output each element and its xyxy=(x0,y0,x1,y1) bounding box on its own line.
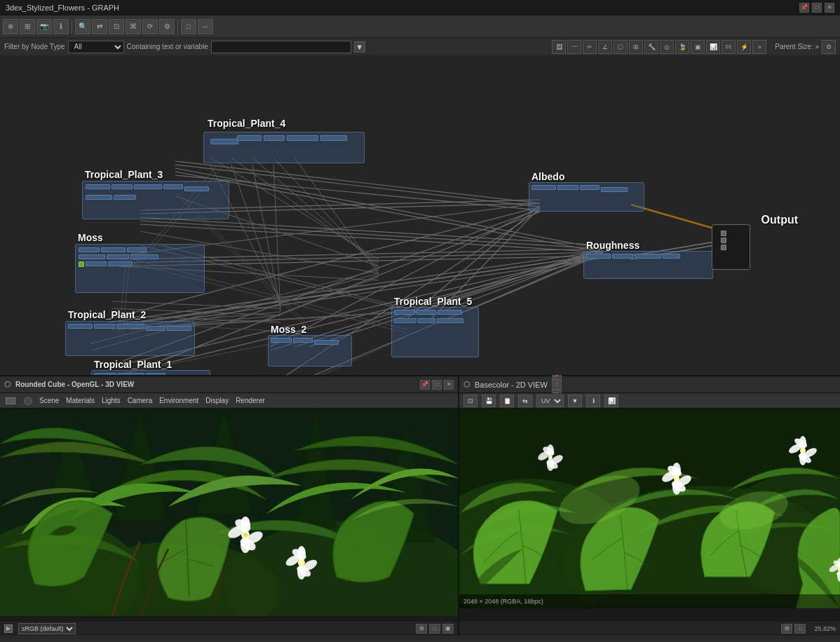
view3d-header: ⬡ Rounded Cube - OpenGL - 3D VIEW 📌 □ ✕ xyxy=(0,376,458,393)
toolbar-btn-zoom[interactable]: 🔍 xyxy=(75,19,90,34)
toolbar-btn-info[interactable]: ℹ xyxy=(53,19,69,34)
icon-square[interactable]: ▣ xyxy=(691,40,705,54)
node-moss-2[interactable] xyxy=(268,335,352,367)
node-tropical-plant-2[interactable] xyxy=(65,321,195,356)
svg-line-0 xyxy=(175,161,540,203)
toolbar-btn-cmd[interactable]: ⌘ xyxy=(126,19,141,34)
label-moss: Moss xyxy=(78,232,103,243)
view3d-maximize[interactable]: □ xyxy=(432,380,442,390)
label-tropical-plant-4: Tropical_Plant_4 xyxy=(208,118,285,129)
node-moss[interactable] xyxy=(75,244,205,293)
menu-display[interactable]: Display xyxy=(205,397,229,404)
node-albedo[interactable] xyxy=(529,182,644,212)
filter-text-input[interactable] xyxy=(211,41,351,53)
filter-type-label: Filter by Node Type xyxy=(4,43,65,50)
view3d-icon-1[interactable]: ⊞ xyxy=(416,624,427,634)
icon-more[interactable]: » xyxy=(752,40,766,54)
svg-line-37 xyxy=(112,301,280,308)
view3d-viewport[interactable] xyxy=(0,409,458,620)
toolbar-btn-grid[interactable]: ⊞ xyxy=(20,19,35,34)
toolbar-btn-frame[interactable]: ⊡ xyxy=(109,19,124,34)
view2d-status-bar: ⊞ □ 25.82% xyxy=(459,620,840,636)
svg-line-9 xyxy=(140,224,603,252)
graph-area[interactable]: Tropical_Plant_4 Tropical_Plant_3 xyxy=(0,56,840,375)
menu-environment[interactable]: Environment xyxy=(159,397,198,404)
filter-type-select[interactable]: All xyxy=(68,41,124,53)
view2d-maximize[interactable]: □ xyxy=(552,380,562,390)
title-bar: 3dex_Stylized_Flowers - GRAPH 📌 □ ✕ xyxy=(0,0,840,15)
toolbar-btn-settings[interactable]: ⚙ xyxy=(159,19,175,34)
view3d-cam-icon[interactable] xyxy=(4,396,17,406)
label-tropical-plant-2: Tropical_Plant_2 xyxy=(68,309,146,320)
icon-scissors[interactable]: ✂ xyxy=(583,40,597,54)
view2d-panel: ⬡ Basecolor - 2D VIEW 📌 □ ✕ ⊡ 💾 📋 ⇆ UV ▼… xyxy=(459,376,840,636)
view2d-btn-channels[interactable]: ⇆ xyxy=(518,395,532,407)
icon-leaf[interactable]: 🍃 xyxy=(675,40,689,54)
maximize-button[interactable]: □ xyxy=(812,3,822,13)
view3d-light-icon[interactable] xyxy=(24,397,32,405)
colorspace-select[interactable]: sRGB (default) xyxy=(18,623,76,634)
toolbar-btn-swap[interactable]: ⇄ xyxy=(92,19,107,34)
view2d-btn-fit[interactable]: ⊡ xyxy=(463,395,477,407)
view2d-icon-2[interactable]: □ xyxy=(794,624,806,634)
view2d-icon-1[interactable]: ⊞ xyxy=(781,624,792,634)
pin-button[interactable]: 📌 xyxy=(799,3,809,13)
node-roughness[interactable] xyxy=(583,251,713,279)
view2d-header: ⬡ Basecolor - 2D VIEW 📌 □ ✕ xyxy=(459,376,840,393)
svg-point-125 xyxy=(800,448,806,453)
close-button[interactable]: ✕ xyxy=(825,3,834,13)
icon-number[interactable]: 01 xyxy=(722,40,736,54)
node-tropical-plant-3[interactable] xyxy=(82,181,229,219)
menu-lights[interactable]: Lights xyxy=(102,397,121,404)
view3d-status-bar: ▶ sRGB (default) ⊞ □ ▣ xyxy=(0,620,458,636)
icon-circle[interactable]: ◎ xyxy=(660,40,674,54)
icon-angle[interactable]: ∠ xyxy=(598,40,612,54)
node-output[interactable] xyxy=(712,224,750,270)
menu-camera[interactable]: Camera xyxy=(128,397,153,404)
toolbar-btn-refresh[interactable]: ⟳ xyxy=(142,19,158,34)
node-tropical-plant-5[interactable] xyxy=(391,307,479,357)
view2d-btn-info[interactable]: ℹ xyxy=(586,395,600,407)
toolbar-btn-home[interactable]: ⊕ xyxy=(3,19,18,34)
view3d-menu-bar: Scene Materials Lights Camera Environmen… xyxy=(0,393,458,409)
icon-wrench[interactable]: 🔧 xyxy=(644,40,658,54)
svg-line-48 xyxy=(273,158,379,270)
filter-dropdown-btn[interactable]: ▼ xyxy=(354,41,365,53)
menu-materials[interactable]: Materials xyxy=(66,397,95,404)
view2d-title: Basecolor - 2D VIEW xyxy=(475,381,548,389)
view3d-close[interactable]: ✕ xyxy=(444,380,454,390)
icon-lightning[interactable]: ⚡ xyxy=(737,40,751,54)
node-tropical-plant-1[interactable] xyxy=(91,370,210,375)
view3d-pin[interactable]: 📌 xyxy=(420,380,430,390)
icon-chart[interactable]: 📊 xyxy=(706,40,720,54)
menu-scene[interactable]: Scene xyxy=(39,397,59,404)
icon-image[interactable]: 🖼 xyxy=(552,40,566,54)
icon-grid[interactable]: ⊞ xyxy=(629,40,643,54)
svg-line-53 xyxy=(273,165,280,312)
label-tropical-plant-5: Tropical_Plant_5 xyxy=(394,296,472,307)
view3d-icon-3[interactable]: ▣ xyxy=(442,624,454,634)
icon-wave[interactable]: 〰 xyxy=(567,40,581,54)
svg-line-47 xyxy=(252,158,379,266)
menu-renderer[interactable]: Renderer xyxy=(236,397,265,404)
icon-hex[interactable]: ⬡ xyxy=(614,40,628,54)
parent-size-label: Parent Size: » xyxy=(775,43,819,50)
view2d-btn-copy[interactable]: 📋 xyxy=(500,395,514,407)
svg-line-51 xyxy=(231,165,280,305)
view2d-btn-chart[interactable]: 📊 xyxy=(604,395,618,407)
svg-line-7 xyxy=(140,217,603,245)
window-controls: 📌 □ ✕ xyxy=(799,3,834,13)
view2d-btn-arrow[interactable]: ▼ xyxy=(568,395,582,407)
view2d-viewport[interactable]: 2048 × 2048 (RGBA, 16bpc) xyxy=(459,409,840,620)
svg-line-4 xyxy=(175,175,540,210)
icon-settings-extra[interactable]: ⚙ xyxy=(822,40,836,54)
toolbar-btn-resize[interactable]: ↔ xyxy=(198,19,213,34)
toolbar-btn-camera[interactable]: 📷 xyxy=(36,19,52,34)
view2d-btn-save[interactable]: 💾 xyxy=(482,395,496,407)
main-toolbar: ⊕ ⊞ 📷 ℹ 🔍 ⇄ ⊡ ⌘ ⟳ ⚙ □ ↔ xyxy=(0,15,840,38)
view3d-icon-2[interactable]: □ xyxy=(429,624,440,634)
svg-line-17 xyxy=(140,254,603,322)
node-tropical-plant-4[interactable] xyxy=(203,132,365,163)
toolbar-btn-square[interactable]: □ xyxy=(181,19,196,34)
uv-select[interactable]: UV xyxy=(536,395,564,407)
